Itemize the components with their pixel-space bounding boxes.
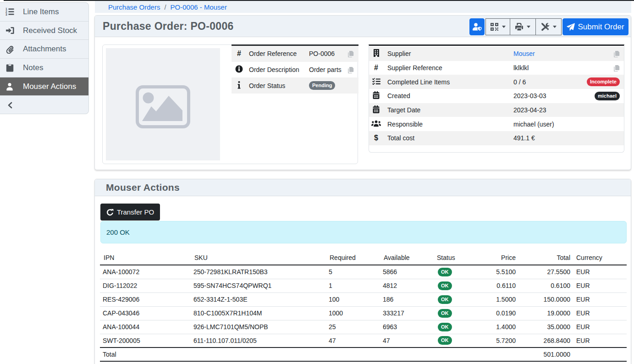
svg-text:3: 3 — [6, 13, 7, 16]
